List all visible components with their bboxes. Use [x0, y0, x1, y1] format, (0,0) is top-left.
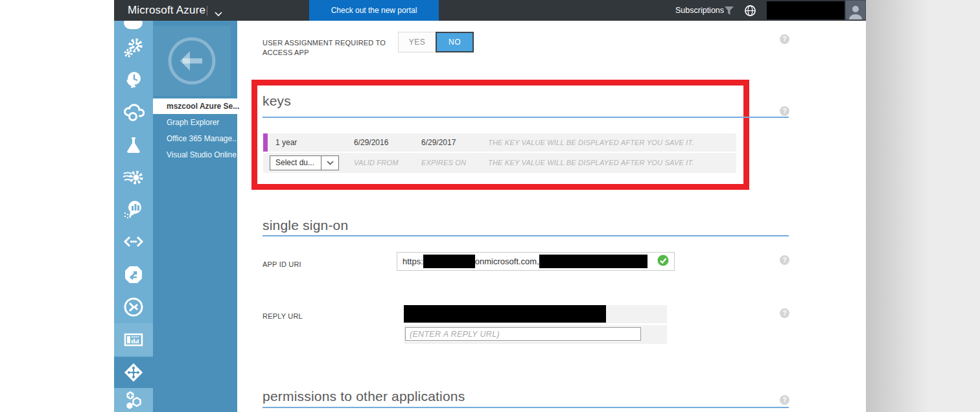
- reply-url-input[interactable]: [405, 327, 641, 341]
- marketplace-hexagons-icon[interactable]: [114, 388, 153, 412]
- scheduler-icon[interactable]: [114, 64, 153, 97]
- chevron-down-icon[interactable]: [321, 156, 338, 170]
- app-id-uri-input[interactable]: https: onmicrosoft.com,: [397, 252, 675, 271]
- key-valid-from-value: 6/29/2016: [354, 133, 388, 152]
- automation-icon[interactable]: [114, 32, 153, 64]
- active-directory-icon[interactable]: [114, 357, 153, 388]
- key-duration-select[interactable]: Select du...: [270, 155, 339, 170]
- partial-service-icon[interactable]: [124, 21, 143, 29]
- analytics-bubble-icon[interactable]: [114, 194, 153, 226]
- toggle-no-button[interactable]: NO: [436, 32, 474, 52]
- permissions-section-underline: [262, 407, 789, 408]
- valid-check-icon: [657, 255, 669, 269]
- redacted-reply-url: [404, 305, 606, 323]
- chevron-down-icon[interactable]: [214, 8, 223, 19]
- stream-analytics-gear-icon[interactable]: [114, 161, 153, 194]
- app-id-uri-label: APP ID URI: [262, 260, 301, 269]
- subscriptions-menu[interactable]: Subscriptions: [675, 0, 724, 21]
- reply-url-new-row: [404, 325, 667, 344]
- app-id-uri-prefix: https:: [402, 257, 423, 266]
- labs-flask-icon[interactable]: [114, 129, 153, 161]
- help-icon-permissions[interactable]: ?: [780, 395, 789, 405]
- reply-url-label: REPLY URL: [262, 312, 303, 321]
- key-value-note: THE KEY VALUE WILL BE DISPLAYED AFTER YO…: [488, 133, 694, 152]
- help-icon-keys[interactable]: ?: [780, 106, 789, 116]
- new-portal-button[interactable]: Check out the new portal: [309, 0, 439, 21]
- key-value-note: THE KEY VALUE WILL BE DISPLAYED AFTER YO…: [488, 153, 694, 173]
- code-brackets-icon[interactable]: [114, 225, 153, 258]
- avatar[interactable]: [845, 0, 866, 20]
- sync-octagon-icon[interactable]: [114, 258, 153, 291]
- key-row-new: Select du... VALID FROM EXPIRES ON THE K…: [263, 153, 736, 173]
- valid-from-placeholder: VALID FROM: [354, 153, 399, 173]
- page-background-gutter: [866, 0, 980, 412]
- help-icon-reply-url[interactable]: ?: [780, 308, 789, 318]
- user-assignment-toggle: YES NO: [398, 32, 474, 52]
- top-bar: Microsoft Azure Check out the new portal…: [114, 0, 866, 21]
- brand-divider: [207, 6, 207, 16]
- sso-section-underline: [262, 235, 789, 236]
- key-row-accent-bar: [263, 133, 268, 152]
- redacted-uri-segment: [423, 255, 475, 268]
- sidebar-item-mszcool-azure[interactable]: mszcool Azure Se...: [153, 98, 237, 114]
- filter-funnel-icon[interactable]: [724, 6, 735, 18]
- redacted-uri-segment: [539, 255, 648, 268]
- keys-section-underline: [262, 117, 789, 118]
- sidebar-item-office365[interactable]: Office 365 Manage...: [153, 131, 237, 146]
- help-icon-user-assignment[interactable]: ?: [780, 34, 789, 44]
- media-mixer-icon[interactable]: [114, 323, 153, 356]
- back-arrow-icon: [167, 36, 217, 86]
- directory-apps-sidebar: mszcool Azure Se... Graph Explorer Offic…: [153, 21, 237, 412]
- brand-title: Microsoft Azure: [128, 0, 205, 21]
- sso-section-heading: single sign-on: [262, 218, 348, 233]
- toggle-yes-button[interactable]: YES: [398, 32, 436, 52]
- expires-on-placeholder: EXPIRES ON: [421, 153, 466, 173]
- back-button[interactable]: [153, 26, 231, 96]
- sidebar-item-vso[interactable]: Visual Studio Online: [153, 147, 237, 163]
- redacted-account-name: [767, 1, 845, 19]
- user-assignment-label: USER ASSIGNMENT REQUIRED TO ACCESS APP: [262, 38, 386, 58]
- keys-section-heading: keys: [262, 93, 291, 109]
- help-icon-app-id-uri[interactable]: ?: [780, 255, 789, 265]
- permissions-section-heading: permissions to other applications: [262, 389, 465, 404]
- sidebar-item-graph-explorer[interactable]: Graph Explorer: [153, 115, 237, 130]
- key-expires-on-value: 6/29/2017: [421, 133, 456, 152]
- service-icon-strip: [114, 21, 153, 412]
- azure-classic-portal: { "colors": { "topbar_bg": "#32373C", "p…: [0, 0, 980, 412]
- globe-language-icon[interactable]: [744, 5, 756, 19]
- integration-circle-icon[interactable]: [114, 291, 153, 323]
- key-duration-select-value: Select du...: [270, 156, 321, 170]
- key-row-saved[interactable]: 1 year 6/29/2016 6/29/2017 THE KEY VALUE…: [263, 133, 736, 152]
- key-duration-value: 1 year: [275, 133, 297, 152]
- reply-url-row: [404, 305, 667, 323]
- app-id-uri-middle: onmicrosoft.com,: [475, 257, 539, 266]
- remoteapp-cloud-icon[interactable]: [114, 97, 153, 129]
